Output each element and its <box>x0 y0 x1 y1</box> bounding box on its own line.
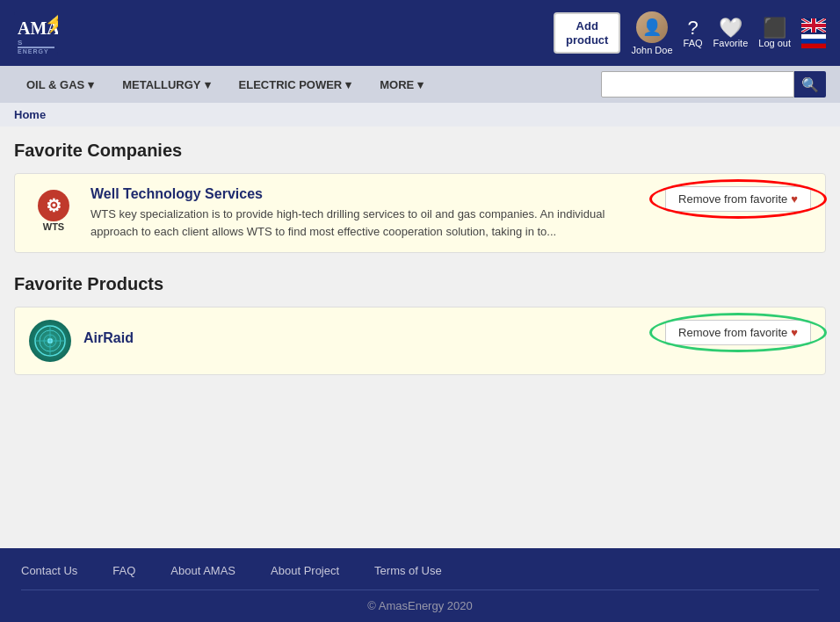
logo[interactable]: AMA S ⚡ ENERGY <box>14 11 63 55</box>
language-selector[interactable] <box>801 18 826 48</box>
avatar: 👤 <box>636 11 668 43</box>
search-button[interactable]: 🔍 <box>794 71 826 98</box>
company-card: WTS Well Technology Services WTS key spe… <box>14 173 826 253</box>
question-icon: ? <box>687 18 698 38</box>
footer-divider <box>21 589 819 590</box>
footer: Contact Us FAQ About AMAS About Project … <box>0 548 840 622</box>
flag-uk[interactable] <box>801 18 826 33</box>
main-content: Favorite Companies WTS Well Technology S… <box>0 127 840 548</box>
breadcrumb-home[interactable]: Home <box>14 108 46 121</box>
wts-icon <box>38 190 69 221</box>
logout-link[interactable]: ⬛ Log out <box>758 18 791 48</box>
search-icon: 🔍 <box>801 76 819 93</box>
header-right: Add product 👤 John Doe ? FAQ 🤍 Favorite … <box>554 11 826 55</box>
nav-bar: OIL & GAS ▾ METALLURGY ▾ ELECTRIC POWER … <box>0 66 840 103</box>
footer-copyright: © AmasEnergy 2020 <box>21 599 819 612</box>
product-card-left: AirRaid <box>29 320 655 362</box>
remove-company-wrapper: Remove from favorite ♥ <box>665 186 811 212</box>
flag-ru[interactable] <box>801 34 826 48</box>
footer-links: Contact Us FAQ About AMAS About Project … <box>21 564 819 577</box>
nav-more[interactable]: MORE ▾ <box>367 69 436 100</box>
chevron-down-icon: ▾ <box>345 78 351 91</box>
company-card-header: WTS Well Technology Services WTS key spe… <box>29 186 811 240</box>
company-card-left: WTS Well Technology Services WTS key spe… <box>29 186 655 240</box>
user-name: John Doe <box>631 45 672 55</box>
favorite-label: Favorite <box>713 38 749 48</box>
heart-icon: ♥ <box>791 326 798 339</box>
product-name: AirRaid <box>83 320 134 346</box>
company-logo: WTS <box>29 186 78 235</box>
nav-oil-gas[interactable]: OIL & GAS ▾ <box>14 69 106 100</box>
user-profile[interactable]: 👤 John Doe <box>631 11 672 55</box>
faq-link[interactable]: ? FAQ <box>684 18 703 48</box>
breadcrumb: Home <box>0 103 840 127</box>
company-info: Well Technology Services WTS key special… <box>91 186 655 240</box>
chevron-down-icon: ▾ <box>417 78 424 91</box>
heart-icon: ♥ <box>791 192 798 206</box>
nav-electric-power[interactable]: ELECTRIC POWER ▾ <box>227 69 365 100</box>
wts-logo: WTS <box>38 190 69 232</box>
chevron-down-icon: ▾ <box>88 78 94 91</box>
avatar-image: 👤 <box>636 11 668 43</box>
remove-product-label: Remove from favorite <box>678 326 787 339</box>
svg-rect-17 <box>801 43 826 47</box>
company-name: Well Technology Services <box>91 186 655 202</box>
faq-label: FAQ <box>684 38 703 48</box>
remove-company-label: Remove from favorite <box>678 192 787 206</box>
logout-icon: ⬛ <box>763 18 786 38</box>
wts-abbr: WTS <box>43 221 64 232</box>
footer-contact-us[interactable]: Contact Us <box>21 564 77 577</box>
footer-about-amas[interactable]: About AMAS <box>170 564 235 577</box>
nav-metallurgy[interactable]: METALLURGY ▾ <box>110 69 222 100</box>
product-card-header: AirRaid Remove from favorite ♥ <box>29 320 811 362</box>
fav-companies-title: Favorite Companies <box>14 141 826 161</box>
remove-company-button[interactable]: Remove from favorite ♥ <box>665 186 811 212</box>
svg-rect-16 <box>801 39 826 43</box>
company-description: WTS key specialization is to provide hig… <box>91 206 655 240</box>
footer-faq[interactable]: FAQ <box>112 564 135 577</box>
heart-icon: 🤍 <box>719 18 742 38</box>
add-product-button[interactable]: Add product <box>554 12 620 54</box>
header: AMA S ⚡ ENERGY Add product 👤 John Doe ? … <box>0 0 840 66</box>
remove-product-button[interactable]: Remove from favorite ♥ <box>665 320 811 345</box>
svg-rect-15 <box>801 34 826 39</box>
footer-about-project[interactable]: About Project <box>271 564 339 577</box>
logout-label: Log out <box>758 38 791 48</box>
chevron-down-icon: ▾ <box>205 78 211 91</box>
svg-text:ENERGY: ENERGY <box>18 48 49 54</box>
search-input[interactable] <box>601 71 794 98</box>
remove-product-wrapper: Remove from favorite ♥ <box>665 320 811 345</box>
svg-rect-14 <box>801 24 826 27</box>
product-logo <box>29 320 71 362</box>
svg-text:S: S <box>18 39 24 47</box>
product-card: AirRaid Remove from favorite ♥ <box>14 307 826 375</box>
footer-terms[interactable]: Terms of Use <box>374 564 442 577</box>
svg-text:⚡: ⚡ <box>44 11 58 34</box>
fav-products-title: Favorite Products <box>14 274 826 294</box>
search-bar: 🔍 <box>601 71 826 98</box>
favorite-link[interactable]: 🤍 Favorite <box>713 18 749 48</box>
